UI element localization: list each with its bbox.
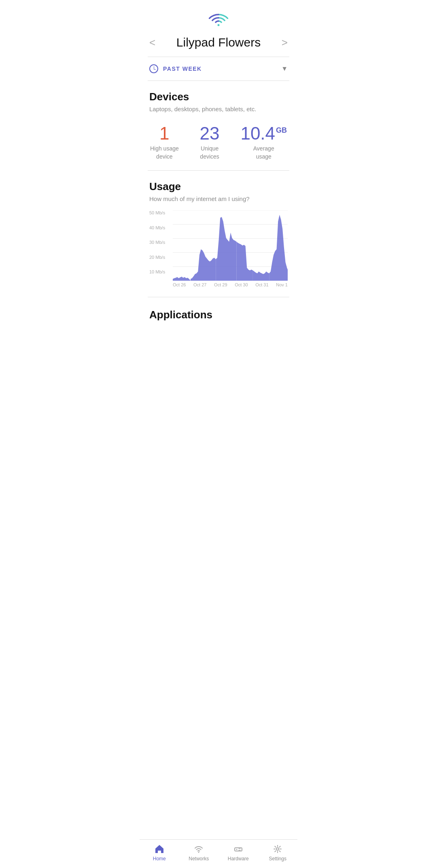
- svg-marker-12: [269, 215, 288, 281]
- y-label-50: 50 Mb/s: [149, 210, 165, 215]
- y-label-40: 40 Mb/s: [149, 225, 165, 230]
- svg-marker-11: [253, 271, 269, 281]
- high-usage-value: 1: [159, 125, 169, 142]
- avg-usage-label: Averageusage: [253, 145, 274, 161]
- prev-button[interactable]: <: [149, 36, 155, 49]
- usage-chart: 50 Mb/s 40 Mb/s 30 Mb/s 20 Mb/s 10 Mb/s: [149, 210, 288, 287]
- y-label-10: 10 Mb/s: [149, 269, 165, 274]
- time-filter-row[interactable]: PAST WEEK ▼: [140, 57, 297, 80]
- wifi-icon: [208, 11, 229, 28]
- unique-devices-value: 23: [200, 125, 220, 142]
- header-row: < Lilypad Flowers >: [140, 32, 297, 57]
- svg-marker-7: [173, 277, 191, 281]
- svg-marker-10: [237, 242, 253, 281]
- devices-section: Devices Laptops, desktops, phones, table…: [140, 81, 297, 112]
- usage-subtitle: How much of my internet am I using?: [149, 195, 288, 202]
- stats-row: 1 High usagedevice 23 Uniquedevices 10.4…: [140, 121, 297, 170]
- svg-marker-9: [216, 217, 236, 281]
- time-filter-dropdown-icon: ▼: [281, 65, 288, 72]
- wifi-icon-wrap: [140, 0, 297, 32]
- avg-usage-unit: GB: [276, 126, 287, 135]
- applications-title: Applications: [149, 309, 288, 321]
- time-filter-label: PAST WEEK: [163, 66, 276, 72]
- x-label-nov1: Nov 1: [276, 282, 288, 287]
- usage-title: Usage: [149, 180, 288, 193]
- clock-icon: [149, 64, 158, 73]
- svg-marker-8: [191, 249, 216, 281]
- high-usage-label: High usagedevice: [150, 145, 179, 161]
- y-label-20: 20 Mb/s: [149, 255, 165, 260]
- unique-devices-label: Uniquedevices: [200, 145, 219, 161]
- devices-subtitle: Laptops, desktops, phones, tablets, etc.: [149, 106, 288, 112]
- applications-section: Applications: [140, 297, 297, 364]
- x-label-oct26: Oct 26: [173, 282, 186, 287]
- chart-y-labels: 50 Mb/s 40 Mb/s 30 Mb/s 20 Mb/s 10 Mb/s: [149, 210, 165, 275]
- stat-high-usage[interactable]: 1 High usagedevice: [150, 125, 179, 161]
- devices-title: Devices: [149, 91, 288, 103]
- y-label-30: 30 Mb/s: [149, 240, 165, 245]
- chart-svg: [173, 210, 288, 281]
- x-label-oct29: Oct 29: [214, 282, 227, 287]
- svg-point-0: [218, 24, 220, 26]
- x-label-oct27: Oct 27: [193, 282, 206, 287]
- next-button[interactable]: >: [282, 36, 288, 49]
- chart-svg-area: [173, 210, 288, 281]
- chart-x-labels: Oct 26 Oct 27 Oct 29 Oct 30 Oct 31 Nov 1: [173, 282, 288, 287]
- stat-average-usage[interactable]: 10.4 GB Averageusage: [240, 125, 287, 161]
- page-title: Lilypad Flowers: [155, 36, 282, 49]
- avg-usage-value: 10.4: [240, 125, 275, 142]
- stat-unique-devices[interactable]: 23 Uniquedevices: [200, 125, 220, 161]
- x-label-oct31: Oct 31: [255, 282, 268, 287]
- usage-section: Usage How much of my internet am I using…: [140, 171, 297, 287]
- x-label-oct30: Oct 30: [235, 282, 248, 287]
